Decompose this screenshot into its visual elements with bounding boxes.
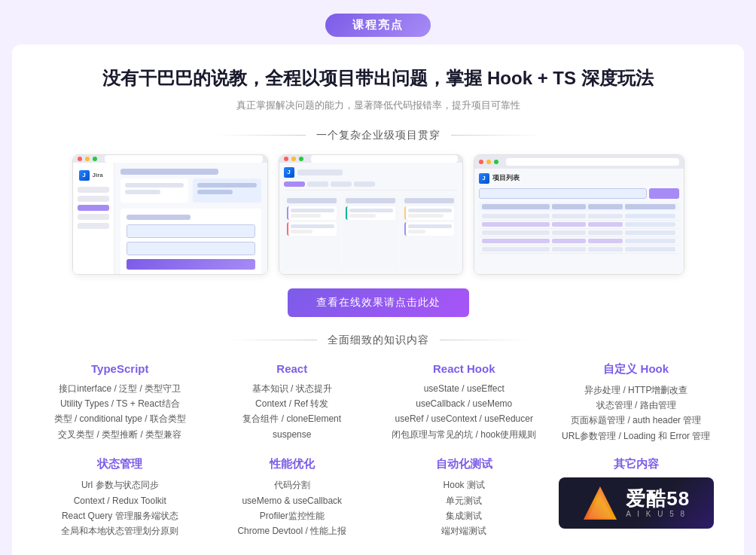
nav-item-3-active [78, 205, 109, 211]
dot-green-2 [299, 157, 303, 161]
nav-item-1 [78, 187, 109, 193]
knowledge-col-1: React基本知识 / 状态提升Context / Ref 转发复合组件 / c… [215, 362, 370, 444]
project-section-title-wrap: 一个复杂企业级项目贯穿 [42, 129, 714, 142]
kanban-card-row-6 [349, 214, 376, 218]
table-cell-2-3 [625, 230, 676, 235]
mock-row-1 [120, 169, 219, 175]
table-cell-4-0 [482, 247, 550, 252]
dot-yellow-3 [486, 160, 491, 164]
knowledge-col-items-2: useState / useEffectuseCallback / useMem… [386, 381, 542, 443]
table-col-header [479, 203, 679, 211]
jira-icon: J [79, 170, 90, 181]
kanban-card-row-2 [291, 214, 322, 218]
knowledge-col-title-0: TypeScript [42, 362, 198, 375]
bottom-col-1: 性能优化代码分割useMemo & useCallbackProfiler监控性… [215, 457, 370, 539]
mock-topbar-3 [474, 155, 684, 169]
kanban-col-3 [401, 195, 457, 270]
table-cell-4-3 [625, 247, 676, 252]
knowledge-title-wrap: 全面细致的知识内容 [42, 334, 714, 347]
table-cell-1-1 [552, 222, 586, 227]
kanban-card-row-5 [349, 209, 393, 212]
filter-row [479, 188, 679, 199]
mock-topbar-1 [73, 155, 267, 163]
cta-button[interactable]: 查看在线效果请点击此处 [288, 288, 469, 317]
logo-sub-text: A I K U 5 8 [626, 510, 690, 518]
kanban-col-title-3 [404, 198, 454, 203]
filter-input [479, 188, 647, 199]
mock-card-row-3 [197, 183, 257, 188]
knowledge-col-2: React HookuseState / useEffectuseCallbac… [386, 362, 542, 444]
table-cell-0-1 [552, 214, 586, 218]
table-cell-4-1 [552, 247, 586, 252]
kanban-col-1 [284, 195, 340, 270]
dot-red-2 [284, 157, 288, 161]
mock-sidebar-1: J Jira [73, 163, 114, 275]
header-badge-wrap: 课程亮点 [0, 0, 756, 44]
table-page-title: 项目列表 [492, 173, 520, 183]
th-1 [482, 204, 550, 209]
bottom-col-title-1: 性能优化 [215, 457, 370, 471]
bottom-col-items-1: 代码分割useMemo & useCallbackProfiler监控性能Chr… [215, 477, 370, 539]
mock-card-row-1 [125, 183, 184, 188]
table-row-4 [479, 245, 679, 254]
dot-yellow-2 [291, 157, 296, 161]
kanban-card-row-9 [408, 224, 452, 228]
knowledge-line-right [440, 340, 530, 340]
th-2 [552, 204, 586, 209]
knowledge-grid: TypeScript接口interface / 泛型 / 类型守卫Utility… [42, 362, 714, 444]
kanban-card-row-7 [408, 209, 452, 212]
bottom-col-2: 自动化测试Hook 测试单元测试集成测试端对端测试 [386, 457, 542, 539]
table-area: J 项目列表 [474, 169, 684, 274]
table-row-3 [479, 237, 679, 245]
kanban-col-title-2 [346, 198, 395, 203]
nav-tab-3 [331, 181, 352, 187]
kanban-columns [284, 195, 458, 270]
table-rows [479, 212, 679, 254]
screenshot-mock-2: J [279, 155, 462, 274]
kanban-card-row-4 [291, 230, 312, 233]
th-4 [625, 204, 676, 209]
project-section-title: 一个复杂企业级项目贯穿 [316, 129, 440, 142]
kanban-col-2 [343, 195, 398, 270]
mock-card-row-4 [197, 190, 233, 194]
mock-form-row-1 [127, 215, 191, 220]
kanban-card-2 [287, 222, 337, 236]
table-row-0 [479, 212, 679, 221]
logo-text-wrap: 爱酷58 A I K U 5 8 [626, 489, 690, 518]
bottom-col-items-2: Hook 测试单元测试集成测试端对端测试 [386, 477, 542, 539]
table-cell-3-0 [482, 239, 550, 243]
knowledge-col-3: 自定义 Hook异步处理 / HTTP增删改查状态管理 / 路由管理页面标题管理… [559, 362, 715, 444]
bottom-col-title-3: 其它内容 [559, 457, 715, 471]
hero-title: 没有干巴巴的说教，全程以项目带出问题，掌握 Hook + TS 深度玩法 [42, 66, 714, 91]
table-row-1 [479, 221, 679, 229]
mock-input-2 [127, 242, 255, 255]
knowledge-section-title: 全面细致的知识内容 [328, 334, 429, 347]
nav-item-4 [78, 214, 109, 220]
mock-row-group [120, 178, 261, 203]
kanban-card-row-10 [408, 230, 425, 233]
bottom-col-3: 其它内容 爱酷58 A I K U 5 8 [559, 457, 715, 539]
kanban-card-row-1 [291, 209, 334, 212]
nav-tab-1 [284, 181, 305, 187]
table-cell-1-3 [625, 222, 676, 227]
knowledge-col-title-1: React [215, 362, 370, 375]
kanban-col-title-1 [287, 198, 337, 203]
mock-main-1 [114, 163, 267, 275]
kanban-card-1 [287, 206, 337, 220]
table-cell-2-1 [552, 230, 586, 235]
nav-item-5 [78, 223, 109, 229]
kanban-card-4 [404, 206, 454, 220]
kanban-card-row-3 [291, 224, 334, 228]
screenshot-2: J [279, 154, 463, 275]
jira-logo-2: J [284, 167, 294, 178]
mock-card-row-2 [125, 190, 160, 194]
table-cell-2-2 [588, 230, 622, 235]
dot-green-3 [494, 160, 498, 164]
screenshot-3: J 项目列表 [474, 154, 684, 275]
table-cell-3-3 [625, 239, 676, 243]
main-content: 没有干巴巴的说教，全程以项目带出问题，掌握 Hook + TS 深度玩法 真正掌… [12, 44, 744, 555]
logo-icon-wrap [582, 485, 618, 521]
screenshot-1: J Jira [72, 154, 268, 275]
table-row-2 [479, 229, 679, 237]
bottom-col-items-0: Url 参数与状态同步Context / Redux ToolkitReact … [42, 477, 198, 539]
